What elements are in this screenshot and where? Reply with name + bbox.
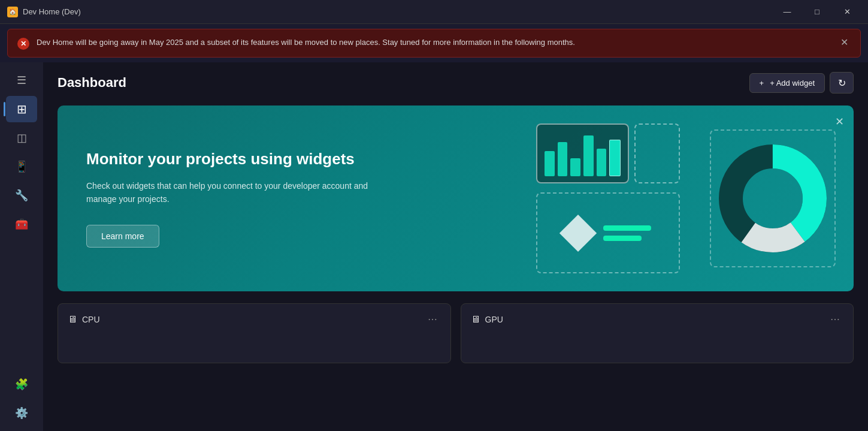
hero-content: Monitor your projects using widgets Chec… (86, 149, 386, 248)
sidebar-item-tools[interactable]: 🔧 (6, 182, 37, 209)
banner-text: Dev Home will be going away in May 2025 … (37, 37, 831, 49)
illus-line-2 (603, 236, 642, 241)
illus-bar-1 (545, 151, 555, 176)
banner-close-button[interactable]: ✕ (838, 37, 851, 48)
illus-donut-svg (713, 138, 833, 258)
sidebar: ☰ ⊞ ◫ 📱 🔧 🧰 🧩 ⚙ (0, 62, 43, 431)
title-bar-left: 🏠 Dev Home (Dev) (7, 7, 81, 17)
main-content: Dashboard + + Add widget ↻ Monitor your … (43, 62, 868, 431)
minimize-button[interactable]: — (773, 3, 801, 21)
illus-bar-3 (570, 158, 580, 176)
illus-diamond (559, 214, 597, 251)
illus-bar-2 (558, 142, 568, 176)
gpu-menu-button[interactable]: ⋯ (827, 312, 843, 326)
app-body: ✕ Dev Home will be going away in May 202… (0, 24, 868, 431)
apps-icon: 🧰 (15, 218, 28, 231)
illus-line-1 (603, 225, 651, 231)
sidebar-bottom: 🧩 ⚙️ (6, 371, 37, 426)
illus-widget-top-right (634, 123, 680, 183)
learn-more-button[interactable]: Learn more (86, 225, 159, 248)
hero-title: Monitor your projects using widgets (86, 149, 386, 170)
widget-title-gpu: 🖥 GPU (471, 314, 503, 325)
hero-illustration-right (710, 129, 836, 267)
content-area: ☰ ⊞ ◫ 📱 🔧 🧰 🧩 ⚙ (0, 62, 868, 431)
illus-widget-top-left (536, 123, 629, 183)
widget-title-cpu: 🖥 CPU (68, 314, 100, 325)
cpu-label: CPU (82, 315, 100, 324)
sidebar-hamburger[interactable]: ☰ (6, 67, 37, 94)
extensions-icon: 🧩 (15, 378, 28, 391)
illus-bar-chart (537, 125, 628, 182)
illus-widget-bottom (536, 192, 680, 273)
sidebar-item-dashboard[interactable]: ⊞ (6, 96, 37, 122)
illus-bar-5 (597, 149, 607, 176)
widget-card-gpu: 🖥 GPU ⋯ (461, 303, 854, 363)
hero-close-button[interactable]: ✕ (835, 115, 844, 128)
title-bar: 🏠 Dev Home (Dev) — □ ✕ (0, 0, 868, 24)
tools-icon: 🔧 (15, 189, 28, 202)
widget-row: 🖥 CPU ⋯ 🖥 GPU ⋯ (58, 303, 854, 363)
add-widget-label: + Add widget (770, 79, 815, 88)
sidebar-item-extensions[interactable]: 🧩 (6, 371, 37, 397)
refresh-button[interactable]: ↻ (830, 72, 854, 94)
sidebar-item-layers[interactable]: ◫ (6, 125, 37, 151)
settings-icon: ⚙️ (15, 406, 28, 420)
illus-bar-4 (583, 135, 594, 176)
plus-icon: + (760, 79, 764, 88)
maximize-button[interactable]: □ (803, 3, 831, 21)
app-title: Dev Home (Dev) (23, 7, 81, 16)
hero-illustration-left (536, 123, 680, 273)
header-actions: + + Add widget ↻ (749, 72, 854, 94)
warning-banner: ✕ Dev Home will be going away in May 202… (7, 29, 861, 58)
cpu-menu-button[interactable]: ⋯ (424, 312, 441, 326)
layers-icon: ◫ (17, 131, 27, 144)
gpu-icon: 🖥 (471, 314, 480, 325)
device-icon: 📱 (15, 160, 28, 173)
cpu-icon: 🖥 (68, 314, 77, 325)
sidebar-item-apps[interactable]: 🧰 (6, 211, 37, 237)
title-bar-controls: — □ ✕ (773, 3, 861, 21)
dashboard-icon: ⊞ (17, 102, 27, 116)
widget-header-cpu: 🖥 CPU ⋯ (68, 312, 441, 326)
hero-banner: Monitor your projects using widgets Chec… (58, 106, 854, 291)
sidebar-item-device[interactable]: 📱 (6, 153, 37, 180)
widget-header-gpu: 🖥 GPU ⋯ (471, 312, 844, 326)
illus-bar-6 (609, 140, 621, 176)
app-icon: 🏠 (7, 7, 18, 17)
page-title: Dashboard (58, 75, 126, 91)
banner-error-icon: ✕ (17, 38, 29, 50)
add-widget-button[interactable]: + + Add widget (749, 73, 825, 93)
page-header: Dashboard + + Add widget ↻ (58, 72, 854, 94)
sidebar-item-settings[interactable]: ⚙️ (6, 400, 37, 426)
illus-lines (603, 225, 651, 241)
widget-card-cpu: 🖥 CPU ⋯ (58, 303, 451, 363)
hero-description: Check out widgets that can help you conn… (86, 179, 386, 206)
hamburger-icon: ☰ (17, 74, 26, 87)
close-button[interactable]: ✕ (833, 3, 861, 21)
gpu-label: GPU (485, 315, 503, 324)
